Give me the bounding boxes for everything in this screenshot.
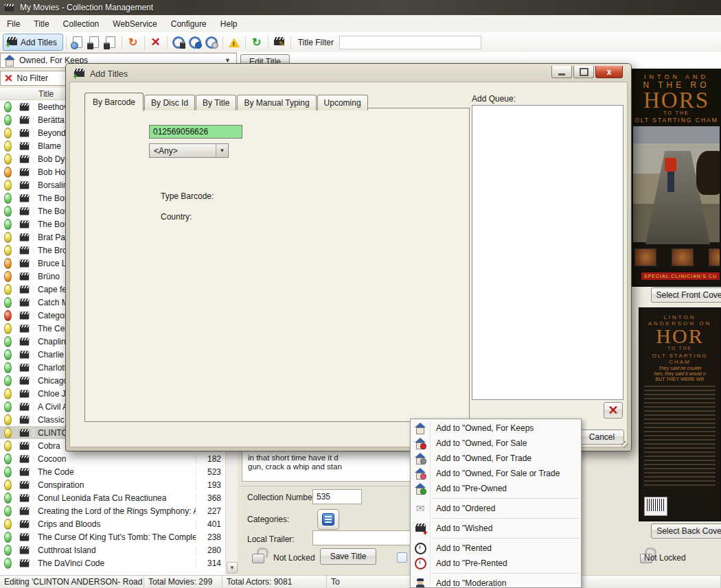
tab-by-title[interactable]: By Title xyxy=(196,95,236,110)
scroll-down-icon[interactable]: ▼ xyxy=(227,562,238,574)
list-item[interactable]: Cutthroat Island280 xyxy=(0,543,225,556)
status-icon xyxy=(0,297,15,308)
refresh-icon[interactable]: ↻ xyxy=(249,35,264,50)
edit-panel-checkbox[interactable] xyxy=(397,552,407,563)
status-icon xyxy=(0,401,15,412)
menu-file[interactable]: File xyxy=(0,16,27,32)
movie-title: Cutthroat Island xyxy=(34,545,196,555)
menu-title[interactable]: Title xyxy=(27,16,56,32)
toolbar-separator xyxy=(222,36,223,49)
menu-separator xyxy=(432,498,580,499)
status-icon xyxy=(0,323,15,334)
menu-separator xyxy=(432,573,580,574)
menu-collection[interactable]: Collection xyxy=(56,16,106,32)
save-title-document-icon[interactable] xyxy=(87,35,102,50)
menu-item-label: Add to "Rented xyxy=(436,543,492,553)
menu-item-clock[interactable]: Add to "Rented xyxy=(411,541,581,556)
list-item[interactable]: Conul Leonida Fata Cu Reactiunea368 xyxy=(0,491,225,504)
list-item[interactable]: The Code523 xyxy=(0,465,225,478)
title-filter-input[interactable] xyxy=(339,36,481,49)
menu-configure[interactable]: Configure xyxy=(164,16,214,32)
collection-number-input[interactable]: 535 xyxy=(312,489,362,504)
list-item[interactable]: Crips and Bloods401 xyxy=(0,517,225,530)
select-back-cover-button[interactable]: Select Back Cover xyxy=(651,524,721,539)
update-title-icon[interactable] xyxy=(171,35,186,50)
toolbar-separator xyxy=(268,36,268,49)
categories-icon xyxy=(322,513,334,526)
maximize-button[interactable] xyxy=(573,66,594,78)
menu-item-envelope[interactable]: ✉Add to "Ordered xyxy=(411,501,581,516)
barcode-input[interactable]: 012569056626 xyxy=(149,125,242,139)
country-select[interactable]: <Any> ▼ xyxy=(149,143,229,158)
front-cover-image: INTON AND N THE RO HORS TO THE OLT START… xyxy=(632,69,721,287)
toolbar-separator xyxy=(290,36,291,49)
report-problem-icon[interactable]: ! xyxy=(227,35,242,50)
add-titles-icon: + xyxy=(7,37,17,47)
status-icon xyxy=(0,467,15,478)
movie-title: Conspiration xyxy=(34,480,196,490)
movie-icon xyxy=(15,220,34,228)
update-disc-icon[interactable] xyxy=(204,35,219,50)
remove-from-queue-button[interactable]: ✕ xyxy=(604,402,623,419)
add-queue-list[interactable] xyxy=(472,105,623,400)
movie-icon xyxy=(15,494,34,502)
menu-item-moderator[interactable]: Add to "Moderation xyxy=(411,576,581,588)
tab-by-manual-typing[interactable]: By Manual Typing xyxy=(237,95,316,110)
export-web-title-icon[interactable] xyxy=(70,35,85,50)
add-titles-dialog: + Add Titles x By BarcodeBy Disc IdBy Ti… xyxy=(65,63,632,451)
sync-titles-icon[interactable]: ↻ xyxy=(126,35,141,50)
movie-icon xyxy=(15,246,34,255)
barcode-field-label: Type Barcode: xyxy=(161,191,214,201)
collection-number: 401 xyxy=(196,519,225,529)
import-title-document-icon[interactable] xyxy=(103,35,118,50)
status-icon xyxy=(0,141,15,152)
movie-icon xyxy=(15,377,34,385)
list-item[interactable]: Cocoon182 xyxy=(0,452,225,465)
status-icon xyxy=(0,440,15,451)
menu-webservice[interactable]: WebService xyxy=(106,16,163,32)
status-icon xyxy=(0,388,15,399)
close-button[interactable]: x xyxy=(595,66,623,78)
status-icon xyxy=(0,480,15,491)
add-titles-button[interactable]: + Add Titles xyxy=(3,34,63,51)
movie-icon xyxy=(15,155,34,163)
update-person-icon[interactable] xyxy=(187,35,203,50)
lock-icon[interactable] xyxy=(251,548,267,564)
select-front-cover-button[interactable]: Select Front Cover xyxy=(651,287,721,303)
status-icon xyxy=(0,245,15,256)
chevron-down-icon[interactable]: ▼ xyxy=(216,144,228,157)
collection-number: 182 xyxy=(196,454,225,464)
resize-grip[interactable] xyxy=(621,441,628,448)
edit-title-icon[interactable]: ✎ xyxy=(272,35,287,50)
menu-item-house-trade[interactable]: Add to "Owned, For Trade xyxy=(411,451,581,466)
menu-item-house-sale-trade[interactable]: Add to "Owned, For Sale or Trade xyxy=(411,466,581,481)
collection-number: 523 xyxy=(196,467,225,477)
list-item[interactable]: Conspiration193 xyxy=(0,478,225,491)
menu-help[interactable]: Help xyxy=(214,16,244,32)
categories-button[interactable] xyxy=(317,509,339,530)
screen: My Movies - Collection Management FileTi… xyxy=(0,0,721,588)
movie-icon xyxy=(15,116,34,124)
menu-item-clock-red[interactable]: Add to "Pre-Rented xyxy=(411,556,581,571)
list-item[interactable]: The Curse Of King Tut's Tomb: The Comple… xyxy=(0,530,225,543)
save-title-button[interactable]: Save Title xyxy=(320,548,376,565)
movie-icon xyxy=(15,298,34,307)
cancel-button[interactable]: Cancel xyxy=(580,430,624,445)
menu-item-label: Add to "Owned, For Sale or Trade xyxy=(436,469,560,478)
movie-icon xyxy=(15,559,34,567)
menu-item-house-preowned[interactable]: Add to "Pre-Owned xyxy=(411,481,581,496)
list-item[interactable]: The DaVinci Code314 xyxy=(0,556,225,569)
window-title: My Movies - Collection Management xyxy=(20,3,153,12)
tab-by-barcode[interactable]: By Barcode xyxy=(84,93,144,111)
list-item[interactable]: Creating the Lord of the Rings Symphony:… xyxy=(0,504,225,517)
delete-title-icon[interactable]: ✕ xyxy=(148,35,163,50)
menu-item-label: Add to "Wished xyxy=(436,524,492,533)
menu-item-house-keeps[interactable]: Add to "Owned, For Keeps xyxy=(411,421,581,436)
minimize-button[interactable] xyxy=(551,66,572,78)
menu-item-clapper-heart[interactable]: ♥Add to "Wished xyxy=(411,521,581,536)
no-filter-icon: ✕ xyxy=(4,72,13,84)
tab-by-disc-id[interactable]: By Disc Id xyxy=(144,95,195,110)
tab-upcoming[interactable]: Upcoming xyxy=(317,95,368,110)
status-icon xyxy=(0,558,15,569)
menu-item-house-sale[interactable]: Add to "Owned, For Sale xyxy=(411,436,581,451)
